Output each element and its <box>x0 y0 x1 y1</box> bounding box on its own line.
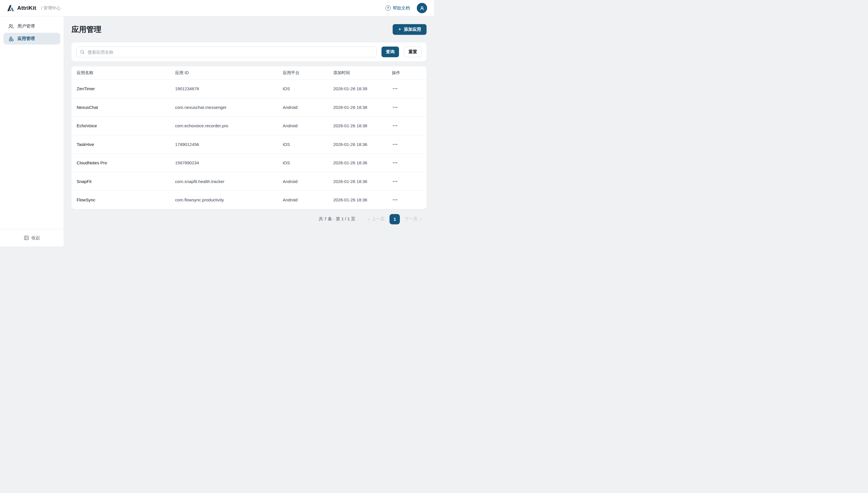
help-docs-link[interactable]: ? 帮助文档 <box>386 5 410 11</box>
pagination-summary: 共 7 条 · 第 1 / 1 页 <box>319 216 355 222</box>
sidebar-collapse-button[interactable]: 收起 <box>0 229 64 246</box>
row-actions-button[interactable] <box>392 197 398 202</box>
table-row: CloudNotes Pro 1567890234 iOS 2026-01-26… <box>71 153 427 172</box>
main-content: 应用管理 + 添加应用 查询 重置 <box>64 16 434 246</box>
search-input[interactable] <box>76 46 376 58</box>
sidebar-nav: 用户管理 应用管理 <box>0 16 64 45</box>
help-docs-label: 帮助文档 <box>393 5 410 11</box>
cell-platform: Android <box>283 197 333 202</box>
more-dots-icon <box>393 199 394 200</box>
add-app-button[interactable]: + 添加应用 <box>393 24 427 35</box>
brand: AttriKit / 管理中心 <box>7 5 61 12</box>
column-header-app-name: 应用名称 <box>77 70 175 76</box>
row-actions-button[interactable] <box>392 142 398 147</box>
cell-actions <box>392 160 421 166</box>
table-row: EchoVoice com.echovoice.recorder.pro And… <box>71 116 427 135</box>
next-page-label: 下一页 <box>405 216 418 222</box>
column-header-app-id: 应用 ID <box>175 70 283 76</box>
table-row: ZenTimer 1901234678 iOS 2026-01-26 18:39 <box>71 79 427 98</box>
reset-button[interactable]: 重置 <box>404 46 422 57</box>
cell-app-name: ZenTimer <box>77 86 175 91</box>
more-dots-icon <box>393 181 394 182</box>
cell-platform: Android <box>283 179 333 184</box>
cell-app-id: 1567890234 <box>175 160 283 165</box>
cell-app-id: 1901234678 <box>175 86 283 91</box>
search-card: 查询 重置 <box>71 43 427 62</box>
cell-added-at: 2026-01-26 18:38 <box>333 105 392 110</box>
apps-icon <box>8 36 14 41</box>
more-dots-icon <box>393 88 394 89</box>
sidebar-item-label: 应用管理 <box>18 36 35 41</box>
cell-platform: iOS <box>283 86 333 91</box>
plus-icon: + <box>398 26 401 32</box>
cell-actions <box>392 179 421 184</box>
sidebar-item-app-management[interactable]: 应用管理 <box>3 33 60 45</box>
cell-app-id: com.nexuschat.messenger <box>175 105 283 110</box>
brand-name: AttriKit <box>17 5 36 11</box>
cell-actions <box>392 123 421 128</box>
question-circle-icon: ? <box>386 5 391 10</box>
user-icon <box>419 5 425 11</box>
cell-app-id: 1789012456 <box>175 142 283 147</box>
cell-actions <box>392 197 421 202</box>
next-page-button[interactable]: 下一页 › <box>405 216 422 222</box>
page-number-button[interactable]: 1 <box>389 214 400 224</box>
pagination: 共 7 条 · 第 1 / 1 页 ‹ 上一页 1 下一页 › <box>71 214 427 224</box>
cell-app-name: FlowSync <box>77 197 175 202</box>
cell-added-at: 2026-01-26 18:36 <box>333 142 392 147</box>
cell-actions <box>392 86 421 91</box>
search-box <box>76 46 376 58</box>
cell-platform: Android <box>283 123 333 128</box>
cell-app-id: com.flowsync.productivity <box>175 197 283 202</box>
collapse-sidebar-icon <box>24 235 29 240</box>
table-body: ZenTimer 1901234678 iOS 2026-01-26 18:39… <box>71 79 427 209</box>
table-row: FlowSync com.flowsync.productivity Andro… <box>71 191 427 209</box>
query-button-label: 查询 <box>386 49 395 55</box>
sidebar: 用户管理 应用管理 收 <box>0 16 64 246</box>
row-actions-button[interactable] <box>392 86 398 91</box>
table-row: NexusChat com.nexuschat.messenger Androi… <box>71 98 427 116</box>
collapse-label: 收起 <box>31 235 40 241</box>
apps-table: 应用名称 应用 ID 应用平台 添加时间 操作 ZenTimer 1901234… <box>71 66 427 209</box>
chevron-left-icon: ‹ <box>368 217 370 221</box>
sidebar-item-label: 用户管理 <box>18 24 35 29</box>
cell-added-at: 2026-01-26 18:39 <box>333 86 392 91</box>
page-title: 应用管理 <box>71 24 101 35</box>
table-row: SnapFit com.snapfit.health.tracker Andro… <box>71 172 427 191</box>
cell-app-id: com.echovoice.recorder.pro <box>175 123 283 128</box>
more-dots-icon <box>393 144 394 145</box>
sidebar-item-user-management[interactable]: 用户管理 <box>3 20 60 32</box>
column-header-actions: 操作 <box>392 70 421 76</box>
cell-platform: Android <box>283 105 333 110</box>
top-bar: AttriKit / 管理中心 ? 帮助文档 <box>0 0 434 16</box>
cell-added-at: 2026-01-26 18:36 <box>333 179 392 184</box>
prev-page-button[interactable]: ‹ 上一页 <box>368 216 385 222</box>
cell-app-name: CloudNotes Pro <box>77 160 175 165</box>
query-button[interactable]: 查询 <box>382 46 399 57</box>
row-actions-button[interactable] <box>392 179 398 184</box>
add-app-button-label: 添加应用 <box>404 27 421 32</box>
cell-platform: iOS <box>283 160 333 165</box>
row-actions-button[interactable] <box>392 123 398 128</box>
prev-page-label: 上一页 <box>372 216 385 222</box>
cell-actions <box>392 142 421 147</box>
pager: ‹ 上一页 1 下一页 › <box>368 214 422 224</box>
more-dots-icon <box>393 125 394 126</box>
row-actions-button[interactable] <box>392 105 398 110</box>
cell-added-at: 2026-01-26 18:36 <box>333 160 392 165</box>
avatar[interactable] <box>417 3 427 13</box>
more-dots-icon <box>393 107 394 108</box>
more-dots-icon <box>393 162 394 163</box>
cell-app-name: EchoVoice <box>77 123 175 128</box>
table-header-row: 应用名称 应用 ID 应用平台 添加时间 操作 <box>71 66 427 79</box>
top-bar-right: ? 帮助文档 <box>386 3 427 13</box>
column-header-platform: 应用平台 <box>283 70 333 76</box>
cell-app-name: TaskHive <box>77 142 175 147</box>
row-actions-button[interactable] <box>392 160 398 166</box>
reset-button-label: 重置 <box>408 49 417 54</box>
cell-actions <box>392 105 421 110</box>
app-shell: 用户管理 应用管理 收 <box>0 16 434 246</box>
table-row: TaskHive 1789012456 iOS 2026-01-26 18:36 <box>71 135 427 154</box>
column-header-added-at: 添加时间 <box>333 70 392 76</box>
users-icon <box>8 24 14 29</box>
